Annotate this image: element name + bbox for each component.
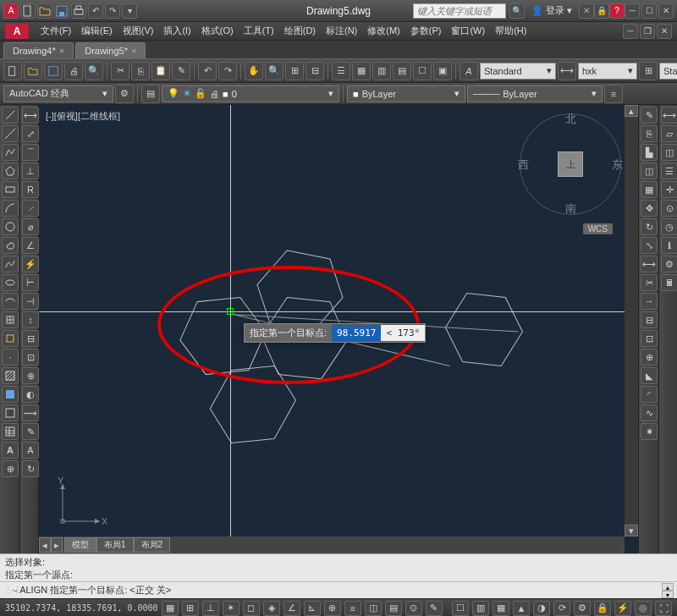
- dim-arc-icon[interactable]: ⌒: [22, 144, 39, 161]
- polygon-icon[interactable]: [2, 162, 19, 179]
- chamfer-icon[interactable]: ◣: [641, 367, 658, 384]
- distance-icon[interactable]: ⟷: [661, 107, 677, 124]
- save-button[interactable]: [54, 3, 69, 19]
- hardware-icon[interactable]: ⚡: [614, 601, 631, 616]
- document-tab[interactable]: Drawing4*×: [3, 42, 74, 58]
- join-icon[interactable]: ⊕: [641, 349, 658, 366]
- make-block-icon[interactable]: [2, 330, 19, 347]
- am-toggle[interactable]: ✎: [426, 601, 443, 616]
- login-button[interactable]: 👤 登录 ▾: [531, 4, 572, 17]
- qat-more[interactable]: ▾: [122, 3, 137, 19]
- menu-item[interactable]: 文件(F): [36, 24, 76, 37]
- model-button[interactable]: ☐: [452, 601, 469, 616]
- clean-screen-icon[interactable]: ⛶: [655, 601, 672, 616]
- workspace-settings-icon[interactable]: ⚙: [115, 85, 134, 103]
- dim-aligned-icon[interactable]: ⤢: [22, 125, 39, 142]
- undo-icon[interactable]: ↶: [198, 62, 217, 80]
- viewcube-south[interactable]: 南: [565, 201, 576, 217]
- arc-icon[interactable]: [2, 200, 19, 217]
- 3dosnap-toggle[interactable]: ◈: [263, 601, 280, 616]
- redo-icon[interactable]: ↷: [218, 62, 237, 80]
- help-icon[interactable]: ?: [609, 3, 625, 19]
- zoom-prev-icon[interactable]: ⊟: [305, 62, 324, 80]
- stretch-icon[interactable]: ⟷: [641, 256, 658, 272]
- qview-layouts-icon[interactable]: ▥: [472, 601, 489, 616]
- menu-item[interactable]: 格式(O): [196, 24, 239, 37]
- dyn-distance-input[interactable]: 98.5917: [332, 325, 381, 341]
- menu-item[interactable]: 绘图(D): [279, 24, 321, 37]
- annoscale-icon[interactable]: ▲: [513, 601, 530, 616]
- pan-icon[interactable]: ✋: [245, 62, 263, 80]
- app-icon[interactable]: A: [5, 24, 29, 39]
- command-history[interactable]: 选择对象: 指定第一个源点:: [0, 554, 677, 581]
- rotate-icon[interactable]: ↻: [641, 218, 658, 235]
- coords-readout[interactable]: 35102.7374, 18335.7691, 0.0000: [5, 603, 158, 613]
- trim-icon[interactable]: ✂: [641, 274, 658, 291]
- menu-item[interactable]: 参数(P): [405, 24, 447, 37]
- tolerance-icon[interactable]: ⊡: [22, 349, 39, 366]
- snap-toggle[interactable]: ⊞: [182, 601, 199, 616]
- horizontal-scrollbar[interactable]: ◂ ▸ 模型布局1布局2: [39, 536, 625, 553]
- dim-style-combo[interactable]: hxk▾: [578, 63, 637, 80]
- spline-icon[interactable]: [2, 256, 19, 272]
- circle-icon[interactable]: [2, 218, 19, 235]
- viewcube-face[interactable]: 上: [558, 151, 583, 177]
- copy-icon[interactable]: ⎘: [131, 62, 150, 80]
- move-icon[interactable]: ✥: [641, 200, 658, 217]
- dim-tedit-icon[interactable]: A: [22, 442, 39, 459]
- point-icon[interactable]: ·: [2, 349, 19, 366]
- dyn-toggle[interactable]: ⊕: [324, 601, 341, 616]
- addselected-icon[interactable]: ⊕: [2, 460, 19, 477]
- dim-ord-icon[interactable]: ⊥: [22, 162, 39, 179]
- dim-quick-icon[interactable]: ⚡: [22, 256, 39, 272]
- dim-edit-icon[interactable]: ✎: [22, 423, 39, 440]
- layout-tab[interactable]: 布局1: [96, 537, 134, 553]
- inspect-icon[interactable]: ◐: [22, 386, 39, 403]
- tab-close-icon[interactable]: ×: [131, 46, 136, 56]
- extend-icon[interactable]: →: [641, 293, 658, 310]
- status-icon[interactable]: ℹ: [661, 237, 677, 254]
- lock-ui-icon[interactable]: 🔒: [594, 601, 611, 616]
- region-icon[interactable]: [2, 404, 19, 421]
- cmd-handle-icon[interactable]: ⋮⋮: [3, 585, 12, 596]
- setvar-icon[interactable]: ⚙: [661, 256, 677, 272]
- menu-item[interactable]: 工具(T): [239, 24, 279, 37]
- layer-combo[interactable]: 💡 ☀ 🔓 🖨 ■ 0▾: [162, 85, 339, 102]
- time-icon[interactable]: ◷: [661, 218, 677, 235]
- lwt-toggle[interactable]: ≡: [344, 601, 361, 616]
- break-icon[interactable]: ⊡: [641, 330, 658, 347]
- dim-continue-icon[interactable]: ⊣: [22, 293, 39, 310]
- viewcube-east[interactable]: 东: [612, 157, 623, 173]
- menu-item[interactable]: 插入(I): [158, 24, 195, 37]
- menu-item[interactable]: 编辑(E): [76, 24, 118, 37]
- center-mark-icon[interactable]: ⊕: [22, 367, 39, 384]
- zoom-icon[interactable]: 🔍: [265, 62, 283, 80]
- color-combo[interactable]: ■ByLayer▾: [347, 85, 465, 102]
- maximize-button[interactable]: ☐: [641, 3, 657, 19]
- ellipse-arc-icon[interactable]: [2, 293, 19, 310]
- locate-icon[interactable]: ⊙: [661, 200, 677, 217]
- doc-minimize-button[interactable]: ─: [623, 24, 638, 39]
- layer-props-icon[interactable]: ▤: [141, 85, 160, 103]
- text-style-combo[interactable]: Standard▾: [480, 63, 556, 80]
- table-icon[interactable]: [2, 423, 19, 440]
- document-tab[interactable]: Drawing5*×: [75, 42, 146, 58]
- workspace-combo[interactable]: AutoCAD 经典▾: [3, 85, 113, 102]
- annovis-icon[interactable]: ◑: [533, 601, 550, 616]
- new-icon[interactable]: [3, 62, 22, 80]
- fillet-icon[interactable]: ◜: [641, 386, 658, 403]
- tpy-toggle[interactable]: ◫: [365, 601, 382, 616]
- cmd-up-icon[interactable]: ▴: [662, 583, 674, 591]
- scroll-left-icon[interactable]: ◂: [39, 537, 51, 553]
- text-style-icon[interactable]: A: [460, 62, 478, 80]
- mtext-icon[interactable]: A: [2, 442, 19, 459]
- dim-linear-icon[interactable]: ⟷: [22, 107, 39, 124]
- layout-tab[interactable]: 布局2: [134, 537, 171, 553]
- list-icon[interactable]: ☰: [661, 162, 677, 179]
- mirror-icon[interactable]: ▙: [641, 144, 658, 161]
- ortho-toggle[interactable]: ⊥: [202, 601, 219, 616]
- dim-diameter-icon[interactable]: ⌀: [22, 218, 39, 235]
- scroll-up-icon[interactable]: ▴: [625, 105, 638, 117]
- ducs-toggle[interactable]: ⊾: [304, 601, 321, 616]
- exchange-icon[interactable]: ✕: [579, 3, 594, 19]
